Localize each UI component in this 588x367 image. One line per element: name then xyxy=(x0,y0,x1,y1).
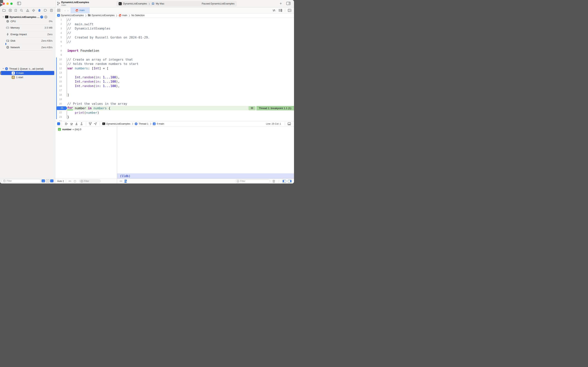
code-line-15[interactable]: 15 Int.random(in: 1...100), xyxy=(55,80,294,84)
code-line-18[interactable]: 18] xyxy=(55,93,294,97)
fold-ribbon[interactable] xyxy=(66,62,67,66)
related-items-icon[interactable] xyxy=(57,9,60,12)
traffic-light-zoom[interactable] xyxy=(10,2,13,5)
code-line-13[interactable]: 13 xyxy=(55,71,294,75)
simulate-location-icon[interactable] xyxy=(93,122,98,125)
code-line-19[interactable]: 19 xyxy=(55,97,294,102)
fold-ribbon[interactable] xyxy=(66,93,67,97)
console-filter-field[interactable]: Filter xyxy=(235,179,270,183)
fold-ribbon[interactable] xyxy=(66,88,67,93)
jump-bar-item-file[interactable]: main xyxy=(122,14,127,17)
code-line-12[interactable]: 12var numbers: [Int] = [ xyxy=(55,66,294,71)
line-gutter[interactable]: 11 xyxy=(55,62,67,66)
disclosure-chevron-icon[interactable]: ▼ xyxy=(2,68,4,70)
fold-ribbon[interactable] xyxy=(66,84,67,88)
code-line-10[interactable]: 10// Create an array of integers that xyxy=(55,57,294,62)
code-line-3[interactable]: 3// DynamicListExamples xyxy=(55,26,294,31)
forward-button[interactable]: › xyxy=(67,9,69,12)
performance-gauge-icon[interactable] xyxy=(40,16,43,18)
crumb-frame[interactable]: 0 main xyxy=(157,123,164,125)
sidebar-toggle-icon[interactable] xyxy=(17,2,21,5)
stack-frame-1-start[interactable]: 1 start xyxy=(1,75,54,79)
debug-area-toggle-icon[interactable] xyxy=(287,123,292,125)
step-into-button[interactable] xyxy=(74,122,79,125)
debug-navigator-icon[interactable] xyxy=(38,9,41,12)
crumb-process[interactable]: DynamicListExamples xyxy=(106,123,130,125)
fold-ribbon[interactable] xyxy=(66,31,67,35)
line-gutter[interactable]: 1 xyxy=(55,17,67,22)
code-line-14[interactable]: 14 Int.random(in: 1...100), xyxy=(55,75,294,80)
line-gutter[interactable]: 8 xyxy=(55,48,67,53)
stat-row-energy-impact[interactable]: Energy ImpactZero xyxy=(0,32,55,36)
process-row[interactable]: ▼ >_ DynamicListExamples … xyxy=(0,15,55,19)
thread-row[interactable]: ▼ Thread 1 Queue: c...ad (serial) xyxy=(0,67,55,71)
code-line-16[interactable]: 16 Int.random(in: 1...100), xyxy=(55,84,294,88)
fold-ribbon[interactable] xyxy=(66,66,67,71)
fold-ribbon[interactable] xyxy=(66,80,67,84)
code-line-8[interactable]: 8import Foundation xyxy=(55,48,294,53)
source-control-icon[interactable] xyxy=(9,9,12,12)
source-editor[interactable]: 1//2// main.swift3// DynamicListExamples… xyxy=(55,17,294,121)
breakpoint-marker[interactable]: 21 xyxy=(57,106,67,110)
code-line-9[interactable]: 9 xyxy=(55,53,294,57)
line-gutter[interactable]: 9 xyxy=(55,53,67,57)
fold-ribbon[interactable] xyxy=(66,110,67,115)
line-gutter[interactable]: 20 xyxy=(55,101,67,106)
step-over-button[interactable] xyxy=(69,122,74,125)
stat-row-cpu[interactable]: CPU0% xyxy=(0,19,55,23)
code-line-5[interactable]: 5// Created by Russell Gordon on 2024-01… xyxy=(55,35,294,40)
find-icon[interactable] xyxy=(20,9,23,12)
fold-ribbon[interactable] xyxy=(66,40,67,44)
line-gutter[interactable]: 19 xyxy=(55,97,67,102)
variables-filter-field[interactable]: Filter xyxy=(79,179,101,183)
fold-ribbon[interactable] xyxy=(66,26,67,31)
filter-flag-button[interactable]: ▭ xyxy=(42,179,45,182)
stack-frame-0-main[interactable]: 0 main xyxy=(1,71,54,75)
console-pane-toggle[interactable] xyxy=(288,180,292,183)
add-editor-icon[interactable] xyxy=(288,9,291,12)
jump-bar-item-group[interactable]: DynamicListExamples xyxy=(92,14,115,17)
stat-row-disk[interactable]: DiskZero KB/s xyxy=(0,39,55,43)
project-navigator-icon[interactable] xyxy=(2,9,6,12)
code-line-7[interactable]: 7 xyxy=(55,44,294,49)
code-line-24[interactable]: 24 xyxy=(55,119,294,121)
line-gutter[interactable]: 4 xyxy=(55,31,67,35)
bookmarks-icon[interactable] xyxy=(15,9,17,12)
code-line-17[interactable]: 17 xyxy=(55,88,294,93)
line-gutter[interactable]: 10 xyxy=(55,57,67,62)
issues-icon[interactable] xyxy=(26,9,29,12)
line-gutter[interactable]: 17 xyxy=(55,88,67,93)
memory-graph-icon[interactable] xyxy=(88,122,93,125)
info-icon[interactable] xyxy=(74,180,76,183)
fold-ribbon[interactable] xyxy=(66,35,67,40)
activity-status[interactable]: >_ DynamicListExamples ❯ My Mac Paused D… xyxy=(116,1,237,7)
code-line-1[interactable]: 1// xyxy=(55,17,294,22)
line-gutter[interactable]: 2 xyxy=(55,22,67,26)
fold-ribbon[interactable] xyxy=(66,22,67,26)
tests-icon[interactable] xyxy=(32,9,35,12)
line-gutter[interactable]: 12 xyxy=(55,66,67,71)
fold-ribbon[interactable] xyxy=(66,115,67,119)
variables-scope-select[interactable]: Auto ▲▼ xyxy=(57,180,64,183)
variables-view[interactable]: L number = (Int) 0 xyxy=(55,126,117,179)
stop-button[interactable] xyxy=(0,0,3,3)
line-gutter[interactable]: 15 xyxy=(55,80,67,84)
code-review-icon[interactable] xyxy=(272,9,276,12)
console-output-filter-icon[interactable] xyxy=(125,180,127,183)
tab-main[interactable]: main xyxy=(71,7,90,13)
code-line-11[interactable]: 11// holds three random numbers to start xyxy=(55,62,294,66)
navigator-filter-field[interactable]: Filter xyxy=(1,179,41,183)
jump-bar-item-project[interactable]: DynamicListExamples xyxy=(61,14,84,17)
annotation-menu-icon[interactable] xyxy=(249,106,255,110)
add-button[interactable]: + xyxy=(280,1,282,6)
code-line-23[interactable]: 23} xyxy=(55,115,294,119)
reports-icon[interactable] xyxy=(50,9,53,12)
jump-bar-item-selection[interactable]: No Selection xyxy=(131,14,145,17)
variables-pane-toggle[interactable] xyxy=(282,180,286,183)
line-gutter[interactable]: 22 xyxy=(55,110,67,115)
filter-interesting-button[interactable]: ⁘ xyxy=(50,179,53,182)
inspector-toggle-icon[interactable] xyxy=(286,2,291,5)
line-gutter[interactable]: 3 xyxy=(55,26,67,31)
stat-row-memory[interactable]: Memory3.5 MB xyxy=(0,26,55,30)
line-gutter[interactable]: 24 xyxy=(55,119,67,121)
